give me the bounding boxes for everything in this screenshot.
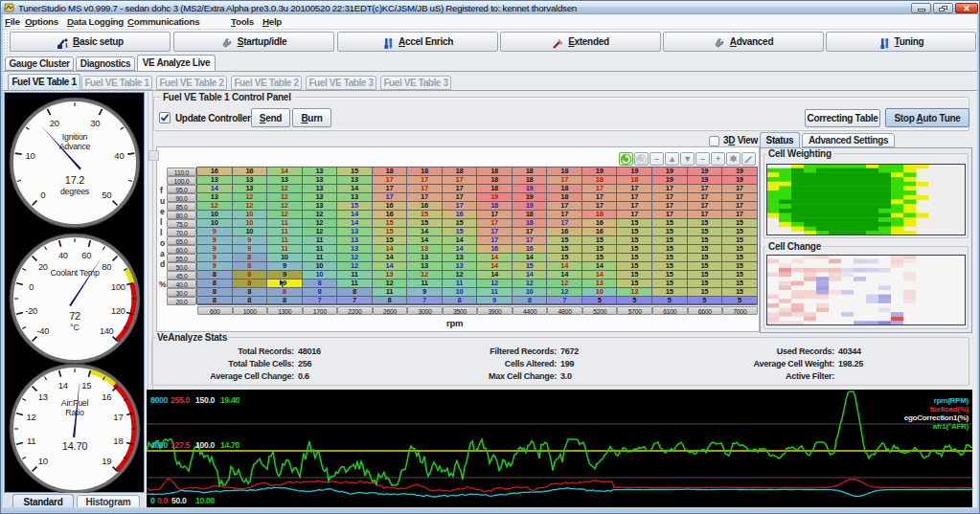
svg-text:72: 72 [69, 310, 80, 322]
svg-text:140: 140 [100, 326, 114, 336]
svg-text:30: 30 [90, 118, 100, 128]
svg-text:0: 0 [40, 190, 45, 200]
svg-text:0: 0 [150, 496, 155, 505]
svg-text:Ignition: Ignition [62, 132, 88, 142]
svg-text:8000: 8000 [150, 395, 168, 405]
svg-text:egoCorrection1(%): egoCorrection1(%) [904, 413, 969, 422]
svg-text:12: 12 [27, 412, 36, 422]
svg-text:10: 10 [26, 150, 35, 161]
svg-text:degrees: degrees [60, 187, 90, 196]
svg-text:14.70: 14.70 [62, 440, 87, 452]
svg-text:4000: 4000 [150, 440, 168, 450]
svg-text:11: 11 [27, 436, 35, 446]
svg-text:17: 17 [113, 412, 123, 422]
svg-text:40: 40 [114, 150, 124, 161]
svg-text:17.2: 17.2 [65, 174, 85, 186]
svg-text:20: 20 [50, 118, 59, 128]
svg-text:°C: °C [70, 323, 80, 332]
svg-text:60: 60 [81, 251, 91, 260]
svg-text:20: 20 [38, 262, 48, 272]
svg-text:50.0: 50.0 [171, 496, 187, 505]
svg-text:fuelload(%): fuelload(%) [930, 405, 969, 413]
svg-text:13: 13 [38, 391, 48, 402]
svg-text:16: 16 [102, 391, 111, 402]
svg-text:10.00: 10.00 [195, 496, 216, 505]
svg-text:-40: -40 [37, 326, 50, 336]
svg-text:100.0: 100.0 [195, 440, 216, 450]
svg-text:15: 15 [81, 380, 91, 391]
svg-text:rpm(RPM): rpm(RPM) [934, 396, 969, 405]
svg-text:255.0: 255.0 [171, 395, 191, 405]
svg-text:40: 40 [58, 251, 68, 260]
svg-text:80: 80 [102, 262, 111, 272]
svg-text:14.70: 14.70 [220, 440, 240, 450]
svg-text:150.0: 150.0 [195, 395, 216, 405]
svg-text:Air:Fuel: Air:Fuel [61, 398, 89, 408]
svg-text:14: 14 [58, 380, 68, 391]
svg-text:0.0: 0.0 [157, 496, 169, 505]
svg-text:-20: -20 [25, 306, 37, 316]
svg-text:50: 50 [102, 190, 111, 200]
svg-text:18: 18 [113, 436, 123, 446]
svg-text:19: 19 [102, 456, 111, 466]
svg-text:10: 10 [38, 456, 48, 466]
svg-text:19.40: 19.40 [220, 395, 240, 405]
svg-text:100: 100 [111, 282, 125, 292]
svg-text:127.5: 127.5 [171, 440, 191, 450]
svg-text:afr1(°AFR): afr1(°AFR) [933, 422, 969, 431]
svg-text:Ratio: Ratio [65, 408, 84, 417]
svg-text:Coolant Temp: Coolant Temp [50, 268, 99, 278]
svg-text:0: 0 [29, 282, 34, 292]
svg-text:120: 120 [111, 306, 125, 316]
